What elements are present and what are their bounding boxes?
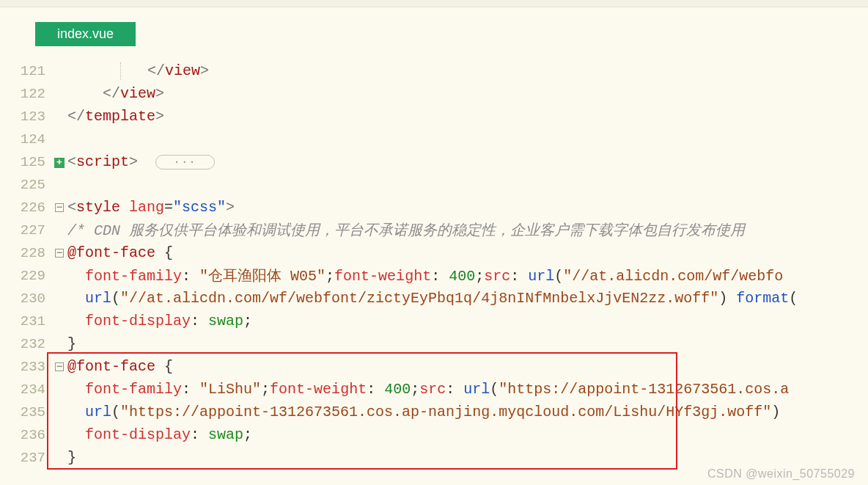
line-number[interactable]: 235 <box>0 404 51 420</box>
collapse-icon[interactable]: − <box>55 249 64 258</box>
code-line: 233 − @font-face { <box>0 355 868 378</box>
code-text[interactable]: </view> <box>67 85 868 102</box>
code-line: 235 url("https://appoint-1312673561.cos.… <box>0 401 868 423</box>
line-number[interactable]: 234 <box>0 382 51 398</box>
folded-code-pill[interactable]: ··· <box>155 155 215 169</box>
code-line: 229 font-family: "仓耳渔阳体 W05";font-weight… <box>0 264 868 287</box>
code-line: 122 </view> <box>0 82 868 105</box>
line-number[interactable]: 233 <box>0 359 51 375</box>
code-text[interactable]: url("https://appoint-1312673561.cos.ap-n… <box>67 404 868 420</box>
code-line: 228 − @font-face { <box>0 241 868 264</box>
fold-gutter[interactable]: + <box>51 156 67 168</box>
code-line: 124 <box>0 128 868 150</box>
line-number[interactable]: 228 <box>0 245 51 261</box>
code-text[interactable]: @font-face { <box>67 358 868 375</box>
code-text[interactable]: url("//at.alicdn.com/wf/webfont/zictyEyP… <box>67 290 868 307</box>
expand-icon[interactable]: + <box>54 158 65 168</box>
code-text[interactable]: font-display: swap; <box>67 426 868 443</box>
collapse-icon[interactable]: − <box>55 203 64 212</box>
code-line: 226 − <style lang="scss"> <box>0 196 868 219</box>
line-number[interactable]: 237 <box>0 450 51 466</box>
line-number[interactable]: 229 <box>0 268 51 284</box>
code-line: 234 font-family: "LiShu";font-weight: 40… <box>0 378 868 401</box>
code-line: 232 } <box>0 332 868 355</box>
code-line: 125 + <script> ··· <box>0 150 868 173</box>
code-text[interactable]: <style lang="scss"> <box>67 199 868 216</box>
code-text[interactable]: <script> ··· <box>67 153 868 170</box>
code-line: 227 /* CDN 服务仅供平台体验和调试使用，平台不承诺服务的稳定性，企业客… <box>0 219 868 241</box>
fold-gutter[interactable]: − <box>51 361 67 373</box>
line-number[interactable]: 123 <box>0 109 51 125</box>
fold-gutter[interactable]: − <box>51 247 67 259</box>
line-number[interactable]: 226 <box>0 200 51 216</box>
watermark: CSDN @weixin_50755029 <box>707 467 855 481</box>
file-tab[interactable]: index.vue <box>35 22 136 46</box>
line-number[interactable]: 230 <box>0 291 51 307</box>
code-text[interactable]: @font-face { <box>67 244 868 261</box>
line-number[interactable]: 122 <box>0 86 51 102</box>
line-number[interactable]: 236 <box>0 427 51 443</box>
line-number[interactable]: 227 <box>0 222 51 238</box>
code-line: 225 <box>0 173 868 196</box>
toolbar-strip <box>0 0 868 7</box>
code-text[interactable]: } <box>67 335 868 352</box>
collapse-icon[interactable]: − <box>55 362 64 371</box>
line-number[interactable]: 231 <box>0 313 51 329</box>
code-text[interactable]: font-family: "仓耳渔阳体 W05";font-weight: 40… <box>67 266 868 285</box>
code-text[interactable]: /* CDN 服务仅供平台体验和调试使用，平台不承诺服务的稳定性，企业客户需下载… <box>67 220 868 240</box>
code-text[interactable]: } <box>67 449 868 466</box>
code-text[interactable]: font-display: swap; <box>67 313 868 329</box>
fold-gutter[interactable]: − <box>51 202 67 214</box>
code-line: 230 url("//at.alicdn.com/wf/webfont/zict… <box>0 287 868 310</box>
code-line: 123 </template> <box>0 105 868 128</box>
code-text[interactable]: </template> <box>67 108 868 125</box>
line-number[interactable]: 225 <box>0 177 51 193</box>
line-number[interactable]: 121 <box>0 63 51 79</box>
code-line: 236 font-display: swap; <box>0 423 868 446</box>
line-number[interactable]: 125 <box>0 154 51 170</box>
code-line: 237 } <box>0 446 868 469</box>
code-text[interactable]: font-family: "LiShu";font-weight: 400;sr… <box>67 381 868 398</box>
code-editor[interactable]: index.vue 121 </view> 122 </view> 123 </… <box>0 7 868 469</box>
line-number[interactable]: 232 <box>0 336 51 352</box>
code-text[interactable]: </view> <box>67 62 868 80</box>
line-number[interactable]: 124 <box>0 131 51 147</box>
code-line: 121 </view> <box>0 59 868 82</box>
code-line: 231 font-display: swap; <box>0 310 868 332</box>
file-tab-label: index.vue <box>57 26 114 41</box>
code-body[interactable]: 121 </view> 122 </view> 123 </template> … <box>0 59 868 469</box>
